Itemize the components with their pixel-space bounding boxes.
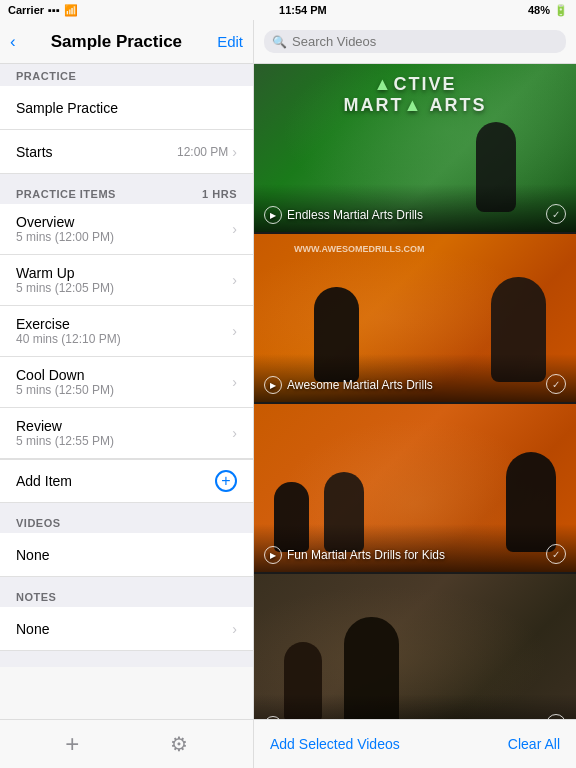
review-item[interactable]: Review 5 mins (12:55 PM) › — [0, 408, 253, 459]
overview-item[interactable]: Overview 5 mins (12:00 PM) › — [0, 204, 253, 255]
app-container: ‹ Sample Practice Edit PRACTICE Sample P… — [0, 20, 576, 768]
bottom-toolbar: + ⚙ — [0, 719, 253, 768]
nav-bar: ‹ Sample Practice Edit — [0, 20, 253, 64]
warmup-title: Warm Up — [16, 265, 114, 281]
notes-none-item[interactable]: None › — [0, 607, 253, 651]
play-icon-2: ▶ — [264, 376, 282, 394]
battery-label: 48% — [528, 4, 550, 16]
notes-section-header: NOTES — [0, 585, 253, 607]
signal-icon: ▪▪▪ — [48, 4, 60, 16]
video-card-1[interactable]: ▲CTIVEMART▲ ARTS ▶ Endless Martial Arts … — [254, 64, 576, 232]
edit-button[interactable]: Edit — [217, 33, 243, 50]
video-overlay-2: ▶ Awesome Martial Arts Drills ✓ — [254, 354, 576, 402]
separator-2 — [0, 503, 253, 511]
separator-5 — [0, 659, 253, 667]
carrier-label: Carrier — [8, 4, 44, 16]
search-icon: 🔍 — [272, 35, 287, 49]
clear-all-button[interactable]: Clear All — [508, 736, 560, 752]
exercise-chevron-icon: › — [232, 323, 237, 339]
cooldown-title: Cool Down — [16, 367, 114, 383]
add-item-row[interactable]: Add Item + — [0, 459, 253, 503]
search-input[interactable] — [292, 34, 558, 49]
add-item-label: Add Item — [16, 473, 72, 489]
status-right: 48% 🔋 — [528, 4, 568, 17]
videos-none-label: None — [16, 547, 49, 563]
starts-item[interactable]: Starts 12:00 PM › — [0, 130, 253, 174]
overview-title: Overview — [16, 214, 114, 230]
check-icon-3: ✓ — [546, 544, 566, 564]
play-icon-1: ▶ — [264, 206, 282, 224]
video-card-2[interactable]: www.AWESOMEDRILLS.COM ▶ Awesome Martial … — [254, 234, 576, 402]
battery-icon: 🔋 — [554, 4, 568, 17]
warmup-sub: 5 mins (12:05 PM) — [16, 281, 114, 295]
video-overlay-1: ▶ Endless Martial Arts Drills ✓ — [254, 184, 576, 232]
status-bar: Carrier ▪▪▪ 📶 11:54 PM 48% 🔋 — [0, 0, 576, 20]
settings-button[interactable]: ⚙ — [162, 724, 196, 764]
practice-name-item[interactable]: Sample Practice — [0, 86, 253, 130]
warmup-chevron-icon: › — [232, 272, 237, 288]
status-time: 11:54 PM — [279, 4, 327, 16]
video-overlay-4: ▶ Martial Arts Blocking Reaction Drill ✓ — [254, 694, 576, 719]
search-input-wrap[interactable]: 🔍 — [264, 30, 566, 53]
overview-sub: 5 mins (12:00 PM) — [16, 230, 114, 244]
right-panel: 🔍 ▲CTIVEMART▲ ARTS ▶ Endless Marti — [254, 20, 576, 768]
search-bar: 🔍 — [254, 20, 576, 64]
exercise-sub: 40 mins (12:10 PM) — [16, 332, 121, 346]
overview-chevron-icon: › — [232, 221, 237, 237]
videos-list: ▲CTIVEMART▲ ARTS ▶ Endless Martial Arts … — [254, 64, 576, 719]
video-card-3[interactable]: ▶ Fun Martial Arts Drills for Kids ✓ — [254, 404, 576, 572]
video-overlay-3: ▶ Fun Martial Arts Drills for Kids ✓ — [254, 524, 576, 572]
separator-1 — [0, 174, 253, 182]
add-button[interactable]: + — [57, 722, 87, 766]
check-icon-4: ✓ — [546, 714, 566, 719]
practice-section-header: PRACTICE — [0, 64, 253, 86]
video-card-4[interactable]: ▶ Martial Arts Blocking Reaction Drill ✓ — [254, 574, 576, 719]
add-item-icon: + — [215, 470, 237, 492]
left-scroll: PRACTICE Sample Practice Starts 12:00 PM… — [0, 64, 253, 719]
review-chevron-icon: › — [232, 425, 237, 441]
wifi-icon: 📶 — [64, 4, 78, 17]
practice-items-section-header: PRACTICE ITEMS 1 HRS — [0, 182, 253, 204]
notes-chevron-icon: › — [232, 621, 237, 637]
video-title-2: ▶ Awesome Martial Arts Drills — [264, 376, 433, 394]
practice-name-label: Sample Practice — [16, 100, 118, 116]
exercise-title: Exercise — [16, 316, 121, 332]
check-icon-1: ✓ — [546, 204, 566, 224]
starts-value: 12:00 PM — [177, 145, 228, 159]
add-selected-button[interactable]: Add Selected Videos — [270, 736, 400, 752]
separator-4 — [0, 651, 253, 659]
video-thumb-1-logo: ▲CTIVEMART▲ ARTS — [343, 74, 486, 116]
warmup-item[interactable]: Warm Up 5 mins (12:05 PM) › — [0, 255, 253, 306]
exercise-item[interactable]: Exercise 40 mins (12:10 PM) › — [0, 306, 253, 357]
play-icon-3: ▶ — [264, 546, 282, 564]
videos-none-item[interactable]: None — [0, 533, 253, 577]
right-bottom-bar: Add Selected Videos Clear All — [254, 719, 576, 768]
cooldown-sub: 5 mins (12:50 PM) — [16, 383, 114, 397]
starts-chevron-icon: › — [232, 144, 237, 160]
separator-3 — [0, 577, 253, 585]
status-left: Carrier ▪▪▪ 📶 — [8, 4, 78, 17]
review-sub: 5 mins (12:55 PM) — [16, 434, 114, 448]
left-panel: ‹ Sample Practice Edit PRACTICE Sample P… — [0, 20, 254, 768]
starts-label: Starts — [16, 144, 53, 160]
video-title-4: ▶ Martial Arts Blocking Reaction Drill — [264, 716, 470, 719]
back-button[interactable]: ‹ — [10, 32, 16, 52]
notes-none-label: None — [16, 621, 49, 637]
videos-section-header: VIDEOS — [0, 511, 253, 533]
video-title-1: ▶ Endless Martial Arts Drills — [264, 206, 423, 224]
review-title: Review — [16, 418, 114, 434]
nav-title: Sample Practice — [51, 32, 182, 52]
play-icon-4: ▶ — [264, 716, 282, 719]
cooldown-item[interactable]: Cool Down 5 mins (12:50 PM) › — [0, 357, 253, 408]
video-title-3: ▶ Fun Martial Arts Drills for Kids — [264, 546, 445, 564]
check-icon-2: ✓ — [546, 374, 566, 394]
cooldown-chevron-icon: › — [232, 374, 237, 390]
